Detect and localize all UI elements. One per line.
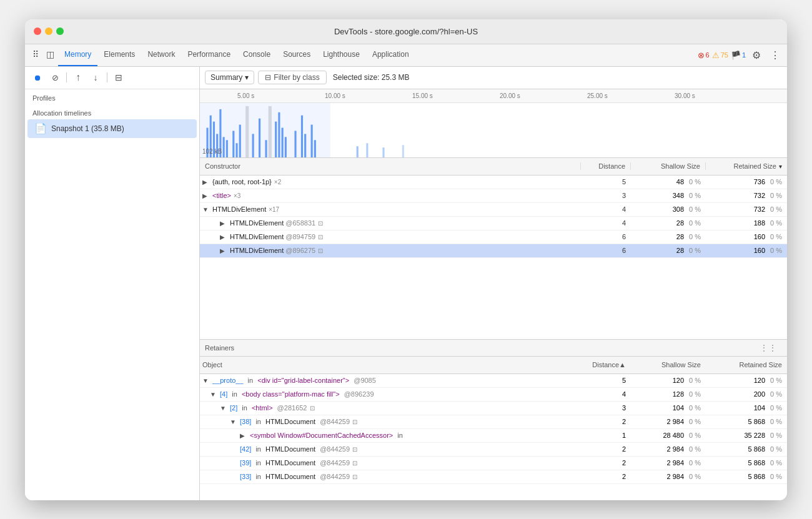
row-retained: 1600 % xyxy=(706,247,787,254)
expand-icon[interactable]: ▶ xyxy=(240,432,247,439)
constructor-name: <title> xyxy=(212,192,231,199)
expand-icon[interactable]: ▶ xyxy=(220,247,227,254)
filter-by-class-button[interactable]: ⊟ Filter by class xyxy=(258,71,326,84)
ret-col-header-retained[interactable]: Retained Size xyxy=(706,361,787,368)
timeline-area[interactable]: 5.00 s 10.00 s 15.00 s 20.00 s 25.00 s 3… xyxy=(200,89,787,158)
ret-col-obj: ▼ [2] in <html> @281652 ⊡ xyxy=(200,404,581,412)
load-button[interactable]: ↓ xyxy=(88,70,103,85)
selected-size-label: Selected size: 25.3 MB xyxy=(333,73,410,82)
ret-col-header-shallow[interactable]: Shallow Size xyxy=(631,361,706,368)
divider-menu-icon[interactable]: ⋮⋮ xyxy=(760,343,777,353)
ret-col-header-dist[interactable]: Distance▲ xyxy=(581,361,631,368)
link-icon[interactable]: ⊡ xyxy=(310,405,315,412)
row-constructor: ▶ HTMLDivElement @894759 ⊡ xyxy=(207,233,581,240)
link-icon[interactable]: ⊡ xyxy=(318,234,323,240)
expand-icon[interactable]: ▼ xyxy=(220,405,227,412)
in-text: in xyxy=(395,432,403,439)
traffic-lights xyxy=(34,27,64,35)
summary-dropdown[interactable]: Summary ▾ xyxy=(205,71,254,84)
link-icon[interactable]: ⊡ xyxy=(352,446,357,453)
link-icon[interactable]: ⊡ xyxy=(352,460,357,467)
ret-row[interactable]: [33] in HTMLDocument @844259 ⊡ 2 2 9840 … xyxy=(200,470,787,484)
main-content: ⏺ ⊘ ↑ ↓ ⊟ Profiles Allocation timelines … xyxy=(25,67,787,500)
minimize-button[interactable] xyxy=(45,27,52,35)
ret-col-obj: ▼ [4] in <body class="platform-mac fill"… xyxy=(200,390,581,398)
ret-col-obj: [33] in HTMLDocument @844259 ⊡ xyxy=(200,473,581,480)
ret-row[interactable]: ▼ __proto__ in <div id="grid-label-conta… xyxy=(200,374,787,388)
ret-row[interactable]: ▼ [38] in HTMLDocument @844259 ⊡ 2 2 984… xyxy=(200,415,787,429)
expand-icon[interactable]: ▼ xyxy=(202,377,210,384)
profiles-title: Profiles xyxy=(25,89,199,104)
expand-icon[interactable]: ▼ xyxy=(202,206,210,213)
expand-icon[interactable]: ▼ xyxy=(210,391,217,398)
tab-memory[interactable]: Memory xyxy=(58,44,97,66)
tick-30s: 30.00 s xyxy=(675,92,695,99)
expand-icon[interactable]: ▶ xyxy=(202,192,210,199)
at-text: @844259 xyxy=(318,418,350,425)
stop-button[interactable]: ⊘ xyxy=(47,70,62,85)
clear-button[interactable]: ⊟ xyxy=(111,70,126,85)
table-row[interactable]: ▶ HTMLDivElement @658831 ⊡ 4 280 % 1880 … xyxy=(200,217,787,230)
ret-col-retained: 5 8680 % xyxy=(706,459,787,467)
at-text: @844259 xyxy=(318,445,350,453)
expand-icon[interactable]: ▶ xyxy=(202,179,210,185)
ret-row[interactable]: ▼ [2] in <html> @281652 ⊡ 3 1040 % xyxy=(200,402,787,415)
expand-icon[interactable]: ▶ xyxy=(220,234,227,240)
table-row[interactable]: ▶ <title> ×3 3 3480 % 7320 % xyxy=(200,189,787,203)
link-icon[interactable]: ⊡ xyxy=(352,418,357,425)
maximize-button[interactable] xyxy=(56,27,64,35)
sidebar-toolbar: ⏺ ⊘ ↑ ↓ ⊟ xyxy=(25,67,199,89)
table-row[interactable]: ▶ HTMLDivElement @894759 ⊡ 6 280 % 1600 … xyxy=(200,230,787,244)
collect-garbage-button[interactable]: ↑ xyxy=(71,70,86,85)
tab-application[interactable]: Application xyxy=(366,44,415,66)
bracket-text: [4] xyxy=(220,390,227,398)
settings-button[interactable]: ⚙ xyxy=(748,47,765,63)
in-text: in xyxy=(254,418,263,425)
table-row[interactable]: ▶ HTMLDivElement @896275 ⊡ 6 280 % 1600 … xyxy=(200,244,787,258)
tab-lighthouse[interactable]: Lighthouse xyxy=(317,44,366,66)
tab-inspector[interactable]: ◫ xyxy=(42,44,58,66)
warning-badge[interactable]: ⚠ 75 xyxy=(712,51,728,60)
link-icon[interactable]: ⊡ xyxy=(352,473,357,480)
row-shallow: 3480 % xyxy=(631,192,706,199)
in-text: in xyxy=(246,377,255,384)
ret-col-obj: [42] in HTMLDocument @844259 ⊡ xyxy=(200,445,581,453)
ret-row[interactable]: [39] in HTMLDocument @844259 ⊡ 2 2 9840 … xyxy=(200,457,787,470)
col-header-shallow[interactable]: Shallow Size xyxy=(631,162,706,170)
link-icon[interactable]: ⊡ xyxy=(318,247,323,254)
row-count: ×17 xyxy=(269,206,279,213)
content-area: Summary ▾ ⊟ Filter by class Selected siz… xyxy=(200,67,787,500)
bracket-text: [38] xyxy=(240,418,251,425)
retained-size-label: Retained Size xyxy=(734,162,777,170)
tab-performance[interactable]: Performance xyxy=(181,44,237,66)
row-shallow: 480 % xyxy=(631,178,706,185)
info-badge[interactable]: 🏴 1 xyxy=(731,51,746,60)
link-icon[interactable]: ⊡ xyxy=(318,220,323,227)
tab-network[interactable]: Network xyxy=(141,44,181,66)
tab-sources[interactable]: Sources xyxy=(277,44,317,66)
more-button[interactable]: ⋮ xyxy=(767,47,783,63)
ret-row[interactable]: [42] in HTMLDocument @844259 ⊡ 2 2 9840 … xyxy=(200,443,787,457)
in-text: in xyxy=(230,390,239,398)
ret-row[interactable]: ▶ <symbol Window#DocumentCachedAccessor>… xyxy=(200,429,787,443)
tab-elements[interactable]: Elements xyxy=(97,44,141,66)
expand-icon[interactable]: ▼ xyxy=(230,418,237,425)
col-header-distance[interactable]: Distance xyxy=(581,162,631,170)
table-row[interactable]: ▼ HTMLDivElement ×17 4 3080 % 7320 % xyxy=(200,203,787,217)
expand-icon[interactable]: ▶ xyxy=(220,220,227,227)
constructor-table-body[interactable]: ▶ {auth, root, root-1p} ×2 5 480 % 7360 … xyxy=(200,175,787,339)
tab-console[interactable]: Console xyxy=(237,44,277,66)
timeline-chart[interactable]: 102 kB xyxy=(200,103,787,157)
sidebar-item-snapshot1[interactable]: 📄 Snapshot 1 (35.8 MB) xyxy=(27,119,197,138)
tab-selector[interactable]: ⠿ xyxy=(29,44,42,66)
retainers-table-body[interactable]: ▼ __proto__ in <div id="grid-label-conta… xyxy=(200,374,787,500)
ret-row[interactable]: ▼ [4] in <body class="platform-mac fill"… xyxy=(200,388,787,402)
record-button[interactable]: ⏺ xyxy=(30,70,45,85)
col-header-retained[interactable]: Retained Size ▾ xyxy=(706,162,787,170)
close-button[interactable] xyxy=(34,27,41,35)
constructor-name: HTMLDocument xyxy=(265,459,315,467)
table-row[interactable]: ▶ {auth, root, root-1p} ×2 5 480 % 7360 … xyxy=(200,175,787,189)
error-badge[interactable]: ⊗ 6 xyxy=(698,51,710,60)
devtools-window: DevTools - store.google.com/?hl=en-US ⠿ … xyxy=(25,19,787,500)
at-text: @281652 xyxy=(275,404,307,412)
